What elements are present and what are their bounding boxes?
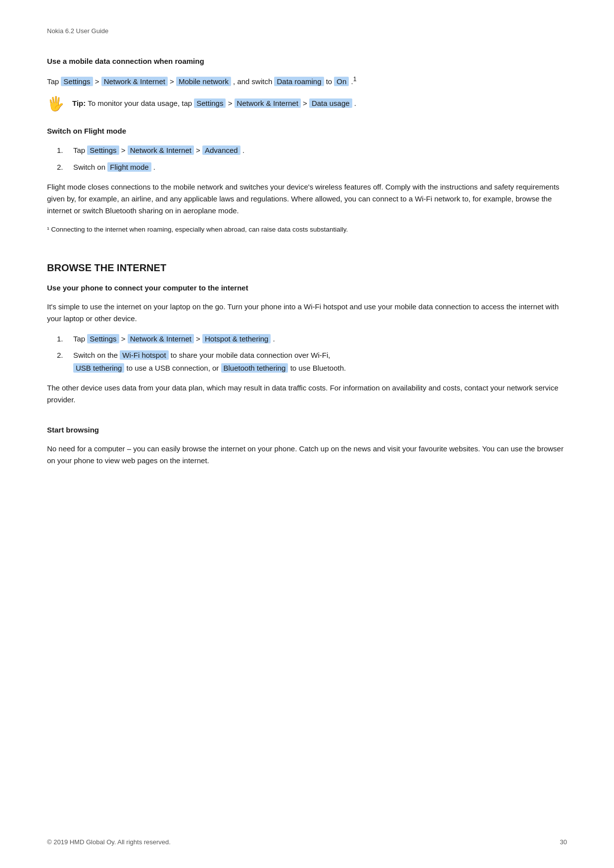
browse-step2-line2: USB tethering to use a USB connection, o… xyxy=(73,362,567,375)
step2-middle2: to use a USB connection, or xyxy=(127,364,221,372)
footer-copyright: © 2019 HMD Global Oy. All rights reserve… xyxy=(47,838,171,846)
browse-section: BROWSE THE INTERNET Use your phone to co… xyxy=(47,262,567,467)
network-internet-badge-browse: Network & Internet xyxy=(128,334,194,343)
tip-text-prefix: To monitor your data usage, tap xyxy=(88,99,194,107)
browse-step1-content: Tap Settings > Network & Internet > Hots… xyxy=(73,333,275,345)
data-roaming-badge: Data roaming xyxy=(274,77,324,86)
usb-tethering-badge: USB tethering xyxy=(73,363,124,373)
settings-badge-1: Settings xyxy=(61,77,93,86)
step1-arrow1: > xyxy=(121,146,128,154)
step2-switch-prefix: Switch on the xyxy=(73,351,118,359)
step2-content: Switch on Flight mode . xyxy=(73,161,155,174)
roaming-middle: , and switch xyxy=(233,77,272,86)
network-internet-badge-tip: Network & Internet xyxy=(235,98,301,108)
flight-section: Switch on Flight mode 1. Tap Settings > … xyxy=(47,127,567,235)
roaming-footnote: .1 xyxy=(351,77,357,86)
tip-arrow-1: > xyxy=(228,99,235,107)
browse-step2-line1: Switch on the Wi-Fi hotspot to share you… xyxy=(73,349,330,362)
tip-suffix: . xyxy=(354,99,356,107)
footer-page-number: 30 xyxy=(560,838,567,846)
flight-footnote: ¹ Connecting to the internet when roamin… xyxy=(47,225,567,235)
network-internet-badge-flight: Network & Internet xyxy=(128,145,194,155)
roaming-instruction: Tap Settings > Network & Internet > Mobi… xyxy=(47,74,567,88)
flight-step-1: 1. Tap Settings > Network & Internet > A… xyxy=(57,144,567,157)
connect-heading: Use your phone to connect your computer … xyxy=(47,284,567,292)
other-device-text: The other device uses data from your dat… xyxy=(47,382,567,406)
tip-label: Tip: xyxy=(72,99,86,107)
tip-content: Tip: To monitor your data usage, tap Set… xyxy=(72,97,356,109)
step2-middle: to share your mobile data connection ove… xyxy=(171,351,331,359)
settings-badge-flight: Settings xyxy=(87,145,119,155)
settings-badge-tip: Settings xyxy=(194,98,226,108)
step1-content: Tap Settings > Network & Internet > Adva… xyxy=(73,144,244,157)
step2-suffix: . xyxy=(153,163,155,171)
step1-suffix: . xyxy=(242,146,244,154)
flight-step-2: 2. Switch on Flight mode . xyxy=(57,161,567,174)
step-num-2: 2. xyxy=(57,161,69,174)
browse-step-1: 1. Tap Settings > Network & Internet > H… xyxy=(57,333,567,345)
browse-step1-tap: Tap xyxy=(73,335,87,343)
browse-step-num-1: 1. xyxy=(57,333,69,345)
browse-step-num-2: 2. xyxy=(57,349,69,362)
connect-body: It's simple to use the internet on your … xyxy=(47,301,567,325)
browse-step1-arrow1: > xyxy=(121,335,128,343)
step1-tap: Tap xyxy=(73,146,87,154)
start-browsing-heading: Start browsing xyxy=(47,426,567,434)
bluetooth-tethering-badge: Bluetooth tethering xyxy=(221,363,288,373)
advanced-badge: Advanced xyxy=(202,145,240,155)
on-badge: On xyxy=(334,77,349,86)
doc-header: Nokia 6.2 User Guide xyxy=(47,27,567,35)
step2-prefix: Switch on xyxy=(73,163,105,171)
settings-badge-browse: Settings xyxy=(87,334,119,343)
doc-title: Nokia 6.2 User Guide xyxy=(47,27,108,35)
tip-icon: 🖐 xyxy=(47,96,64,112)
roaming-tap-label: Tap xyxy=(47,77,59,86)
roaming-section: Use a mobile data connection when roamin… xyxy=(47,57,567,112)
data-usage-badge: Data usage xyxy=(309,98,352,108)
tip-box: 🖐 Tip: To monitor your data usage, tap S… xyxy=(47,97,567,112)
browse-step-2: 2. Switch on the Wi-Fi hotspot to share … xyxy=(57,349,567,374)
page: Nokia 6.2 User Guide Use a mobile data c… xyxy=(0,0,614,868)
arrow-1: > xyxy=(95,77,99,86)
flight-mode-badge: Flight mode xyxy=(107,162,151,172)
browse-title: BROWSE THE INTERNET xyxy=(47,262,567,274)
flight-heading: Switch on Flight mode xyxy=(47,127,567,135)
browse-step1-suffix: . xyxy=(273,335,275,343)
flight-body: Flight mode closes connections to the mo… xyxy=(47,181,567,217)
page-footer: © 2019 HMD Global Oy. All rights reserve… xyxy=(47,838,567,846)
step1-arrow2: > xyxy=(196,146,202,154)
arrow-2: > xyxy=(170,77,174,86)
tip-arrow-2: > xyxy=(303,99,309,107)
network-internet-badge-1: Network & Internet xyxy=(101,77,168,86)
browse-steps: 1. Tap Settings > Network & Internet > H… xyxy=(57,333,567,375)
hotspot-badge: Hotspot & tethering xyxy=(202,334,271,343)
step-num-1: 1. xyxy=(57,144,69,157)
roaming-to: to xyxy=(326,77,334,86)
start-browsing-body: No need for a computer – you can easily … xyxy=(47,443,567,467)
mobile-network-badge: Mobile network xyxy=(176,77,231,86)
browse-step1-arrow2: > xyxy=(196,335,202,343)
flight-steps: 1. Tap Settings > Network & Internet > A… xyxy=(57,144,567,173)
step2-suffix: to use Bluetooth. xyxy=(290,364,346,372)
roaming-heading: Use a mobile data connection when roamin… xyxy=(47,57,567,65)
wifi-hotspot-badge: Wi-Fi hotspot xyxy=(120,350,168,360)
